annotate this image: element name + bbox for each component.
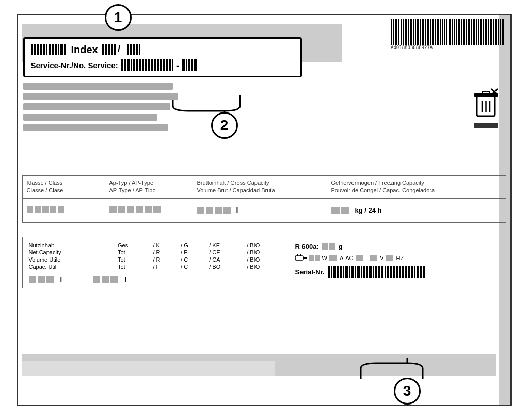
svg-rect-140 (331, 266, 332, 278)
svg-rect-37 (480, 19, 482, 45)
net-cell-ca: / CA (207, 256, 245, 263)
svg-rect-144 (343, 266, 344, 278)
power-val-hz-bars (386, 254, 394, 262)
svg-rect-92 (188, 59, 190, 71)
svg-rect-0 (391, 19, 392, 45)
svg-rect-12 (420, 19, 421, 45)
svg-rect-18 (435, 19, 436, 45)
svg-rect-49 (34, 44, 36, 55)
svg-rect-135 (329, 255, 337, 261)
svg-rect-167 (411, 266, 413, 278)
specs-value-row: l kg / 24 h (23, 199, 506, 222)
text-line-5 (23, 124, 168, 131)
aptype-value-cell (105, 199, 193, 222)
svg-rect-153 (369, 266, 372, 278)
svg-rect-115 (197, 207, 204, 214)
svg-rect-15 (427, 19, 429, 45)
svg-rect-17 (432, 19, 434, 45)
svg-rect-39 (485, 19, 487, 45)
liter-values-row: l l (27, 274, 286, 284)
serial-line: Serial-Nr. (295, 265, 502, 279)
svg-rect-41 (490, 19, 492, 45)
aptype-header-cell: Ap-Typ / AP-Type AP-Type / AP-Tipo (105, 176, 193, 198)
service-line2: Service-Nr./No. Service: (31, 58, 294, 72)
net-left: Nutzinhalt Ges / K / G / KE / BIO Net.Ca… (23, 237, 291, 288)
weee-icon-area (472, 88, 500, 128)
net-cell-bio3: / BIO (245, 256, 286, 263)
svg-rect-141 (333, 266, 336, 278)
svg-rect-75 (133, 59, 135, 71)
net-row-1: Nutzinhalt Ges / K / G / KE / BIO (27, 241, 286, 249)
main-barcode-area: bars (391, 21, 504, 49)
svg-rect-10 (415, 19, 416, 45)
svg-rect-21 (442, 19, 443, 45)
net-table: Nutzinhalt Ges / K / G / KE / BIO Net.Ca… (27, 241, 286, 270)
svg-rect-124 (93, 276, 100, 283)
svg-rect-79 (145, 59, 147, 71)
svg-rect-158 (385, 266, 386, 278)
svg-rect-20 (440, 19, 441, 45)
service-line1: Index / (31, 43, 294, 56)
svg-rect-154 (373, 266, 374, 278)
svg-rect-85 (163, 59, 165, 71)
svg-rect-19 (437, 19, 439, 45)
main-barcode: bars (391, 21, 504, 49)
svg-rect-118 (223, 207, 231, 214)
svg-rect-88 (172, 59, 173, 71)
svg-rect-72 (124, 59, 126, 71)
liter-bars-2 (93, 274, 121, 284)
svg-rect-70 (139, 44, 140, 55)
svg-rect-113 (145, 206, 152, 213)
net-section: Nutzinhalt Ges / K / G / KE / BIO Net.Ca… (22, 237, 506, 288)
net-row-3: Volume Utile Tot / R / C / CA / BIO (27, 256, 286, 263)
svg-rect-73 (127, 59, 130, 71)
net-cell-volutile: Volume Utile (27, 256, 116, 263)
svg-rect-64 (114, 44, 116, 55)
power-val-v2-bars (370, 254, 378, 262)
net-row-4: Capac. Util Tot / F / C / BO / BIO (27, 263, 286, 270)
class-value-bars (27, 204, 73, 215)
svg-rect-114 (153, 206, 161, 213)
net-row-2: Net.Capacity Tot / R / F / CE / BIO (27, 249, 286, 256)
svg-rect-42 (493, 19, 494, 45)
svg-rect-34 (473, 19, 475, 45)
svg-rect-43 (495, 19, 497, 45)
svg-rect-27 (456, 19, 457, 45)
svg-rect-77 (139, 59, 141, 71)
svg-rect-71 (121, 59, 123, 71)
svg-rect-59 (64, 44, 66, 55)
service-box: Index / Service-Nr./No. Service (23, 37, 302, 77)
svg-rect-5 (403, 19, 404, 45)
net-cell-tot2: Tot (116, 256, 151, 263)
svg-rect-129 (295, 256, 303, 260)
top-area: bars (18, 15, 510, 77)
svg-rect-149 (357, 266, 360, 278)
barcode-index-right: / (102, 43, 149, 56)
circle-1: 1 (105, 4, 132, 31)
svg-rect-139 (328, 266, 330, 278)
svg-rect-156 (378, 266, 380, 278)
svg-rect-143 (340, 266, 342, 278)
power-val-a-bars (329, 254, 338, 262)
plug-icon (295, 254, 307, 262)
r600a-value-bars (322, 241, 337, 251)
svg-rect-107 (50, 206, 56, 213)
svg-rect-52 (43, 44, 45, 55)
svg-rect-76 (136, 59, 138, 71)
svg-rect-44 (498, 19, 499, 45)
svg-rect-147 (351, 266, 354, 278)
svg-rect-169 (417, 266, 419, 278)
class-value-cell (23, 199, 105, 222)
svg-rect-48 (31, 44, 33, 55)
svg-rect-165 (405, 266, 407, 278)
barcode-svg: bars (391, 19, 504, 49)
liter-val-2: l (93, 274, 126, 284)
svg-rect-152 (366, 266, 368, 278)
svg-rect-14 (425, 19, 426, 45)
svg-rect-110 (118, 206, 125, 213)
svg-text:-: - (176, 60, 179, 71)
net-cell-r1: / R (151, 249, 179, 256)
svg-rect-98 (482, 91, 490, 94)
svg-rect-9 (413, 19, 414, 45)
svg-rect-13 (422, 19, 424, 45)
